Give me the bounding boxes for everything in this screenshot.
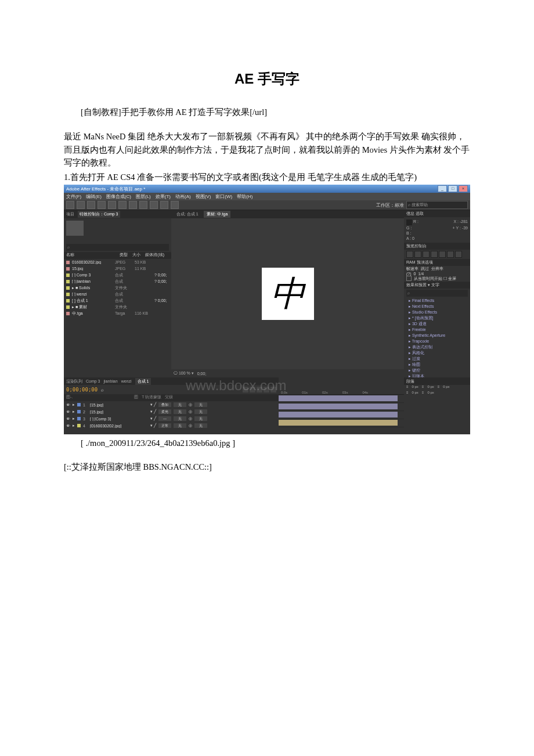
parent-dropdown[interactable]: 无 (194, 402, 207, 407)
zoom-dropdown[interactable]: 🖵 100 % ▾ (174, 371, 194, 376)
menu-edit[interactable]: 编辑(E) (86, 193, 102, 200)
color-label-icon (66, 312, 70, 315)
parent-dropdown[interactable]: 无 (194, 423, 207, 428)
preview-panel-head[interactable]: 预览控制台 (404, 243, 470, 250)
resolution-dropdown[interactable]: 1/4 (418, 272, 424, 276)
timeline-layer[interactable]: 👁▸4[0160030202.jpg]▾ ╱正常无◎无 (64, 422, 279, 429)
next-frame-icon[interactable] (431, 251, 438, 258)
first-frame-icon[interactable] (406, 251, 413, 258)
project-item[interactable]: [ ] 合成 1合成? 0;00; (64, 297, 171, 304)
effects-presets-head[interactable]: 效果和预置 ▾ 文字 (404, 282, 470, 289)
info-panel-head[interactable]: 信息 选取 (404, 210, 470, 217)
effect-category[interactable]: ▸ 绘图 (404, 362, 470, 368)
hand-tool-icon[interactable] (77, 201, 85, 209)
mute-icon[interactable] (455, 251, 462, 258)
prev-frame-icon[interactable] (414, 251, 421, 258)
framerate-dropdown[interactable]: (?) (406, 272, 412, 276)
pen-tool-icon[interactable] (129, 201, 137, 209)
effect-category[interactable]: ▸ Trapcode (404, 339, 470, 344)
project-item[interactable]: [ ] wenzi合成 (64, 291, 171, 297)
time-ruler[interactable]: 0;0s 01s 02s 03s 04s (279, 377, 404, 395)
project-search-input[interactable]: ⌕ (66, 244, 169, 251)
trackmatte-dropdown[interactable]: 无 (174, 416, 186, 421)
effect-category[interactable]: ▸ Studio Effects (404, 309, 470, 315)
menu-effect[interactable]: 效果(T) (156, 193, 171, 200)
track-bar[interactable] (279, 420, 398, 426)
parent-dropdown[interactable]: 无 (194, 416, 207, 421)
tab-project[interactable]: 项目 (66, 211, 74, 217)
zoom-tool-icon[interactable] (87, 201, 95, 209)
timeline-tab-jianbian[interactable]: jianbian (104, 379, 118, 383)
menu-layer[interactable]: 图层(L) (136, 193, 151, 200)
viewer-tab-comp[interactable]: 合成: 合成 1 (174, 211, 201, 218)
track-bar[interactable] (279, 395, 398, 401)
timecode-display[interactable]: 0;00;00;00 (66, 387, 98, 393)
skip-dropdown[interactable]: 0 (414, 272, 416, 276)
timeline-tab-render[interactable]: 渲染队列 (66, 379, 82, 384)
menu-help[interactable]: 帮助(H) (237, 193, 252, 200)
project-item[interactable]: ▸ ■ 素材文件夹 (64, 304, 171, 310)
camera-tool-icon[interactable] (108, 201, 116, 209)
trackmatte-dropdown[interactable]: 无 (174, 423, 186, 428)
search-help-input[interactable]: ⌕ 搜索帮助 (406, 201, 468, 209)
eraser-tool-icon[interactable] (171, 201, 179, 209)
mask-tool-icon[interactable] (118, 201, 127, 209)
maximize-button[interactable]: □ (448, 185, 457, 192)
clone-tool-icon[interactable] (160, 201, 168, 209)
minimize-button[interactable]: _ (438, 185, 447, 192)
effect-category[interactable]: ▸ 过渡 (404, 356, 470, 362)
effect-category[interactable]: ▸ Next Effects (404, 304, 470, 309)
brush-tool-icon[interactable] (150, 201, 158, 209)
timeline-tab-wenzi[interactable]: wenzi (121, 379, 132, 383)
viewer-footer: 🖵 100 % ▾ 0;00; (171, 369, 404, 377)
tab-effect-controls[interactable]: 特效控制台：Comp 3 (78, 211, 120, 218)
close-button[interactable]: × (459, 185, 468, 192)
blend-mode-dropdown[interactable]: — (158, 416, 171, 421)
text-tool-icon[interactable] (139, 201, 147, 209)
trackmatte-dropdown[interactable]: 无 (174, 402, 186, 407)
timeline-tab-comp1[interactable]: 合成 1 (135, 378, 151, 385)
play-icon[interactable] (423, 251, 430, 258)
effects-search-input[interactable]: ⌕ (406, 290, 468, 297)
track-bar[interactable] (279, 404, 398, 409)
effect-category[interactable]: ▸ * [动画预置] (404, 315, 470, 321)
effect-category[interactable]: ▸ 3D 通道 (404, 321, 470, 327)
trackmatte-dropdown[interactable]: 无 (174, 409, 186, 414)
viewer-tab-footage[interactable]: 素材: 中.tga (204, 211, 231, 218)
blend-mode-dropdown[interactable]: 叠加 (158, 402, 171, 407)
menu-composition[interactable]: 图像合成(C) (106, 193, 131, 200)
menu-animation[interactable]: 动画(A) (175, 193, 191, 200)
workspace-label[interactable]: 工作区：标准 (376, 202, 404, 208)
timeline-search-icon[interactable]: ⌕ (101, 387, 104, 393)
project-item[interactable]: 中.tgaTarga116 KB (64, 310, 171, 316)
effect-category[interactable]: ▸ 键控 (404, 368, 470, 373)
effect-category[interactable]: ▸ Freebie (404, 327, 470, 333)
project-item[interactable]: 0160030202.jpgJPEG53 KB (64, 259, 171, 265)
timeline-layer[interactable]: 👁▸3[ ] [Comp 3]▾ ╱—无◎无 (64, 415, 279, 422)
rotate-tool-icon[interactable] (98, 201, 106, 209)
effect-category[interactable]: ▸ 表达式控制 (404, 344, 470, 350)
menu-view[interactable]: 视图(V) (196, 193, 211, 200)
timeline-tab-comp3[interactable]: Comp 3 (86, 379, 100, 383)
paragraph-panel-head[interactable]: 段落 (404, 377, 470, 385)
loop-icon[interactable] (447, 251, 454, 258)
effect-category[interactable]: ▸ Final Effects (404, 298, 470, 304)
menu-window[interactable]: 窗口(W) (215, 193, 232, 200)
project-item[interactable]: [ ] jianbian合成? 0;00; (64, 278, 171, 285)
effect-category[interactable]: ▸ 风格化 (404, 350, 470, 356)
track-bar[interactable] (279, 412, 398, 417)
blend-mode-dropdown[interactable]: 柔光 (158, 409, 171, 414)
project-item[interactable]: 15.jpgJPEG11 KB (64, 265, 171, 272)
last-frame-icon[interactable] (439, 251, 446, 258)
timeline-layer[interactable]: 👁▸2[15.jpg]▾ ╱柔光无◎无 (64, 408, 279, 415)
project-item[interactable]: ▸ ■ Solids文件夹 (64, 285, 171, 291)
project-item[interactable]: [ ] Comp 3合成? 0;00; (64, 272, 171, 278)
from-current-checkbox[interactable] (406, 276, 412, 281)
selection-tool-icon[interactable] (66, 201, 74, 209)
effect-category[interactable]: ▸ Synthetic Aperture (404, 333, 470, 339)
menu-file[interactable]: 文件(F) (66, 193, 81, 200)
parent-dropdown[interactable]: 无 (194, 409, 207, 414)
blend-mode-dropdown[interactable]: 正常 (158, 423, 171, 428)
timeline-layer[interactable]: 👁▸1[15.jpg]▾ ╱叠加无◎无 (64, 401, 279, 408)
ram-preview-head[interactable]: RAM 预演选项 (404, 259, 470, 266)
